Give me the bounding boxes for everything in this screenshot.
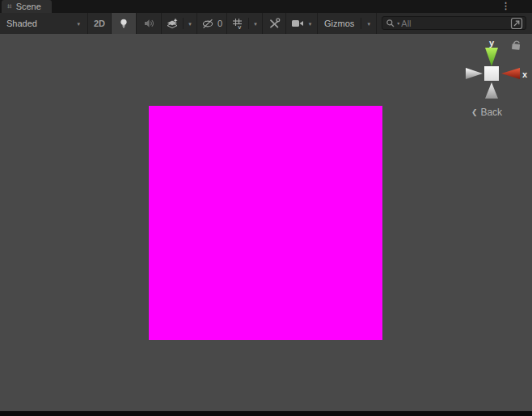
speaker-icon bbox=[143, 18, 154, 29]
scene-audio-button[interactable] bbox=[137, 13, 161, 34]
sprite-missing-material[interactable] bbox=[149, 106, 382, 340]
window-bottom-edge bbox=[0, 411, 532, 416]
effects-dropdown[interactable]: ▾ bbox=[184, 13, 196, 34]
chevron-down-icon: ▾ bbox=[309, 21, 312, 27]
axis-y-cone[interactable] bbox=[485, 48, 498, 66]
axis-x-cone[interactable] bbox=[501, 68, 520, 79]
tools-icon bbox=[268, 18, 281, 29]
hidden-count: 0 bbox=[217, 19, 222, 28]
gizmos-button[interactable]: Gizmos bbox=[318, 13, 361, 34]
search-input[interactable] bbox=[401, 19, 509, 28]
scene-camera-button[interactable] bbox=[286, 13, 306, 34]
scene-viewport[interactable]: y x ❮ Back bbox=[0, 34, 532, 411]
lock-icon[interactable] bbox=[512, 41, 521, 50]
grid-dropdown[interactable]: ▾ bbox=[249, 13, 262, 34]
orientation-gizmo[interactable]: y x bbox=[456, 37, 530, 103]
effects-icon bbox=[166, 18, 179, 30]
gizmo-back-button[interactable]: ❮ Back bbox=[458, 107, 516, 118]
tab-scene-label: Scene bbox=[16, 0, 41, 13]
scene-lighting-button[interactable] bbox=[112, 13, 136, 34]
gizmo-cube[interactable] bbox=[484, 66, 499, 81]
separator bbox=[376, 13, 377, 34]
search-filter-caret-icon[interactable]: ▾ bbox=[397, 21, 399, 26]
back-chevron-icon: ❮ bbox=[471, 108, 478, 116]
open-search-window-icon[interactable] bbox=[510, 17, 523, 30]
lightbulb-icon bbox=[118, 18, 129, 29]
component-tools-button[interactable] bbox=[263, 13, 285, 34]
camera-dropdown[interactable]: ▾ bbox=[306, 13, 317, 34]
tab-bar: ⌗ Scene ⋮ bbox=[0, 0, 532, 13]
draw-mode-label: Shaded bbox=[6, 19, 37, 28]
chevron-down-icon: ▾ bbox=[188, 21, 192, 27]
camera-icon bbox=[291, 19, 304, 28]
chevron-down-icon: ▾ bbox=[77, 21, 80, 27]
2d-label: 2D bbox=[94, 19, 105, 28]
gizmos-dropdown[interactable]: ▾ bbox=[361, 13, 376, 34]
search-icon bbox=[386, 19, 395, 28]
svg-text:y: y bbox=[238, 23, 241, 29]
axis-bottom-cone[interactable] bbox=[485, 82, 498, 99]
grid-icon: y bbox=[232, 18, 243, 29]
scene-effects-button[interactable] bbox=[162, 13, 183, 34]
toggle-2d-button[interactable]: 2D bbox=[88, 13, 111, 34]
axis-left-cone[interactable] bbox=[466, 68, 483, 79]
draw-mode-dropdown[interactable]: Shaded ▾ bbox=[0, 13, 87, 34]
scene-visibility-button[interactable]: 0 bbox=[197, 13, 226, 34]
back-label: Back bbox=[480, 107, 502, 118]
scene-search-field[interactable]: ▾ bbox=[382, 16, 526, 30]
grid-visibility-button[interactable]: y bbox=[227, 13, 248, 34]
window-menu-icon[interactable]: ⋮ bbox=[499, 0, 513, 13]
eye-slash-icon bbox=[201, 19, 214, 29]
chevron-down-icon: ▾ bbox=[254, 21, 257, 27]
axis-x-label: x bbox=[522, 69, 528, 79]
chevron-down-icon: ▾ bbox=[368, 21, 371, 27]
axis-y-label: y bbox=[489, 38, 495, 48]
scene-grid-icon: ⌗ bbox=[7, 0, 12, 13]
gizmos-label: Gizmos bbox=[324, 19, 354, 28]
scene-toolbar: Shaded ▾ 2D bbox=[0, 13, 532, 34]
tab-scene[interactable]: ⌗ Scene bbox=[2, 0, 52, 13]
